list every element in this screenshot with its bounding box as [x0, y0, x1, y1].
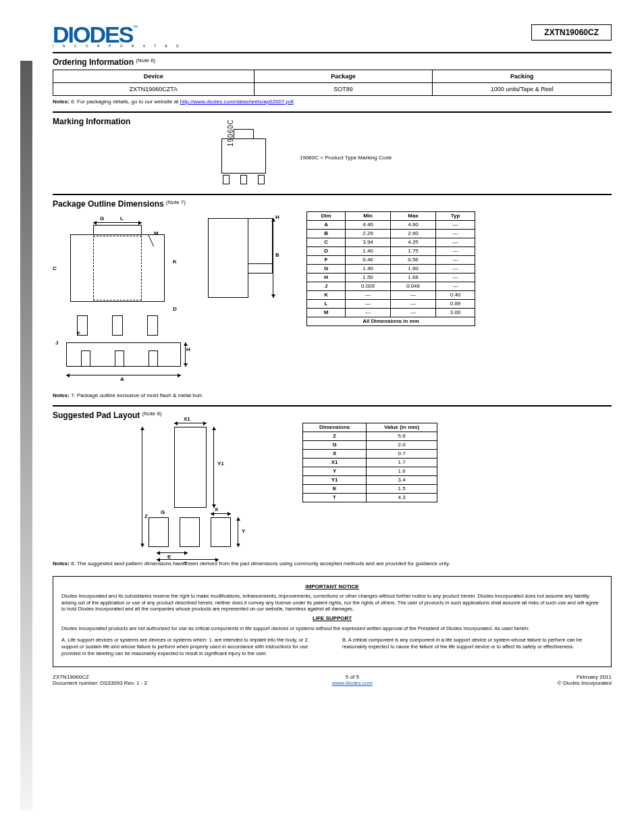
- table-row: T4.3: [303, 493, 437, 502]
- ordering-col-package: Package: [254, 70, 433, 82]
- package-side-view: H B: [208, 211, 275, 306]
- section-package: Package Outline Dimensions (Note 7) G L: [53, 194, 612, 405]
- table-row: J0.0280.048—: [307, 282, 475, 290]
- left-gradient-bar: [20, 61, 32, 810]
- pad-row: X1 Y1 G X Y Z E T Dimen: [53, 423, 612, 558]
- package-end-view: J A H: [53, 342, 188, 390]
- notice-paragraph: Diodes Incorporated and its subsidiaries…: [61, 593, 603, 613]
- package-notes: Notes: 7. Package outline exclusive of m…: [53, 392, 612, 398]
- section-title-ordering: Ordering Information (Note 6): [53, 57, 612, 67]
- content: DIODES™ I N C O R P O R A T E D ZXTN1906…: [53, 24, 612, 686]
- table-row: B2.292.60—: [307, 229, 475, 238]
- footer-link[interactable]: www.diodes.com: [332, 680, 373, 686]
- table-row: L——0.89: [307, 299, 475, 308]
- table-row: G1.401.60—: [307, 264, 475, 273]
- table-row: Z5.8: [303, 432, 437, 440]
- part-number: ZXTN19060CZ: [544, 28, 599, 37]
- table-row: A4.404.60—: [307, 220, 475, 229]
- page: DIODES™ I N C O R P O R A T E D ZXTN1906…: [0, 0, 644, 834]
- life-support-title: LIFE SUPPORT: [313, 615, 352, 621]
- footer-right: February 2011 © Diodes Incorporated: [558, 674, 612, 686]
- table-row: D1.401.75—: [307, 246, 475, 255]
- package-row: G L M C K D F H: [53, 211, 612, 390]
- marking-area: 19060C 19060C = Product Type Marking Cod…: [53, 129, 612, 187]
- table-row: E1.5: [303, 484, 437, 493]
- table-row: Y1.6: [303, 467, 437, 475]
- ordering-table: Device Package Packing ZXTN19060CZTA SOT…: [53, 70, 612, 96]
- package-top-view: G L M C K D F: [53, 211, 181, 340]
- logo-tm: ™: [132, 24, 138, 30]
- package-drawings: G L M C K D F H: [53, 211, 275, 390]
- footer-mid: 5 of 5 www.diodes.com: [147, 674, 558, 686]
- datasheet-link[interactable]: http://www.diodes.com/datasheets/ap02007…: [180, 99, 294, 105]
- section-marking: Marking Information 19060C 19060C = Prod…: [53, 111, 612, 194]
- table-row: X0.7: [303, 449, 437, 458]
- table-row: C3.944.25—: [307, 238, 475, 246]
- table-row: G2.0: [303, 440, 437, 449]
- table-row: H1.501.68—: [307, 273, 475, 282]
- ordering-notes: Notes: 6. For packaging details, go to o…: [53, 99, 612, 105]
- pad-dimension-table: Dimensions Value (in mm) Z5.8G2.0X0.7X11…: [302, 423, 437, 502]
- life-support-b: B. A critical component is any component…: [342, 637, 603, 656]
- table-row: Y13.4: [303, 475, 437, 484]
- table-row: M——3.00: [307, 308, 475, 317]
- life-support-columns: A. Life support devices or systems are d…: [61, 634, 603, 659]
- part-number-box: ZXTN19060CZ: [531, 24, 612, 41]
- footer: ZXTN19060CZ Document number: DS33093 Rev…: [53, 674, 612, 686]
- chip-marking-code: 19060C: [227, 119, 234, 147]
- table-row: X11.7: [303, 458, 437, 467]
- table-row: ZXTN19060CZTA SOT89 1000 units/Tape & Re…: [53, 82, 612, 95]
- pad-drawing: X1 Y1 G X Y Z E T: [113, 423, 262, 558]
- logo-subtext: I N C O R P O R A T E D: [53, 44, 183, 48]
- notice-title: IMPORTANT NOTICE: [305, 583, 358, 590]
- important-notice: IMPORTANT NOTICE Diodes Incorporated and…: [53, 576, 612, 667]
- section-title-marking: Marking Information: [53, 117, 612, 126]
- logo: DIODES™ I N C O R P O R A T E D: [53, 24, 183, 48]
- package-dimension-table: Dim Min Max Typ A4.404.60—B2.292.60—C3.9…: [306, 211, 475, 326]
- document-header: DIODES™ I N C O R P O R A T E D ZXTN1906…: [53, 24, 612, 48]
- life-support-a: A. Life support devices or systems are d…: [61, 637, 322, 656]
- section-pad-layout: Suggested Pad Layout (Note 8) X1 Y1 G X …: [53, 405, 612, 573]
- table-row: K——0.40: [307, 290, 475, 299]
- pad-notes: Notes: 8. The suggested land pattern dim…: [53, 561, 612, 567]
- ordering-col-device: Device: [53, 70, 254, 82]
- footer-left: ZXTN19060CZ Document number: DS33093 Rev…: [53, 674, 147, 686]
- table-row: F0.460.56—: [307, 255, 475, 264]
- chip-drawing: 19060C: [215, 129, 273, 187]
- section-title-package: Package Outline Dimensions (Note 7): [53, 199, 612, 209]
- ordering-col-packing: Packing: [433, 70, 612, 82]
- life-support-intro: Diodes Incorporated products are not aut…: [61, 625, 603, 632]
- marking-legend: 19060C = Product Type Marking Code: [300, 155, 392, 161]
- section-ordering: Ordering Information (Note 6) Device Pac…: [53, 52, 612, 111]
- section-title-pad: Suggested Pad Layout (Note 8): [53, 411, 612, 420]
